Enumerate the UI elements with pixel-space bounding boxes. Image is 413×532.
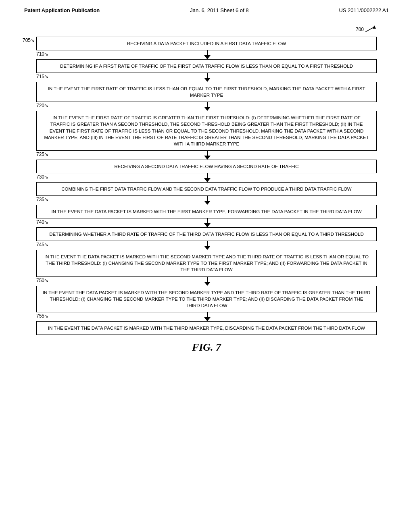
- step-row-735: IN THE EVENT THE DATA PACKET IS MARKED W…: [36, 205, 377, 218]
- header-date-sheet: Jan. 6, 2011 Sheet 6 of 8: [190, 7, 248, 13]
- connector-7: 740↘ 740↘: [36, 218, 377, 227]
- step-row-740: DETERMINING WHETHER A THIRD RATE OF TRAF…: [36, 227, 377, 241]
- step-row-750: IN THE EVENT THE DATA PACKET IS MARKED W…: [36, 286, 377, 312]
- step-box-710: DETERMINING IF A FIRST RATE OF TRAFFIC O…: [36, 59, 377, 73]
- step-row-725: RECEIVING A SECOND DATA TRAFFIC FLOW HAV…: [36, 160, 377, 173]
- flowchart: 705↘ RECEIVING A DATA PACKET INCLUDED IN…: [36, 27, 377, 335]
- step-row-705: 705↘ RECEIVING A DATA PACKET INCLUDED IN…: [36, 37, 377, 50]
- step-box-725: RECEIVING A SECOND DATA TRAFFIC FLOW HAV…: [36, 160, 377, 173]
- step-row-720: IN THE EVENT THE FIRST RATE OF TRAFFIC I…: [36, 111, 377, 150]
- step-box-705: RECEIVING A DATA PACKET INCLUDED IN A FI…: [36, 37, 377, 50]
- step-box-740: DETERMINING WHETHER A THIRD RATE OF TRAF…: [36, 227, 377, 241]
- connector-1: 710↘ 710↘: [36, 50, 377, 59]
- step-box-735: IN THE EVENT THE DATA PACKET IS MARKED W…: [36, 205, 377, 218]
- header-publication-type: Patent Application Publication: [24, 7, 100, 13]
- connector-2: 715↘ 715↘: [36, 73, 377, 82]
- step-box-750: IN THE EVENT THE DATA PACKET IS MARKED W…: [36, 286, 377, 312]
- step-box-745: IN THE EVENT THE DATA PACKET IS MARKED W…: [36, 250, 377, 276]
- connector-4: 725↘ 725↘: [36, 151, 377, 160]
- step-box-715: IN THE EVENT THE FIRST RATE OF TRAFFIC I…: [36, 82, 377, 102]
- header-patent-number: US 2011/0002222 A1: [339, 7, 389, 13]
- step-row-730: COMBINING THE FIRST DATA TRAFFIC FLOW AN…: [36, 182, 377, 196]
- connector-5: 730↘ 730↘: [36, 173, 377, 182]
- step-box-720: IN THE EVENT THE FIRST RATE OF TRAFFIC I…: [36, 111, 377, 150]
- page-header: Patent Application Publication Jan. 6, 2…: [0, 0, 413, 17]
- step-row-755: IN THE EVENT THE DATA PACKET IS MARKED W…: [36, 321, 377, 335]
- connector-3: 720↘ 720↘: [36, 102, 377, 111]
- diagram-container: 700 705↘ RECEIVING A DATA PACKET INCLUDE…: [0, 17, 413, 362]
- step-row-745: IN THE EVENT THE DATA PACKET IS MARKED W…: [36, 250, 377, 276]
- connector-10: 755↘ 755↘: [36, 312, 377, 321]
- step-number-705: 705↘: [23, 37, 35, 43]
- step-row-715: IN THE EVENT THE FIRST RATE OF TRAFFIC I…: [36, 82, 377, 102]
- connector-8: 745↘ 745↘: [36, 241, 377, 250]
- step-box-755: IN THE EVENT THE DATA PACKET IS MARKED W…: [36, 321, 377, 335]
- step-box-730: COMBINING THE FIRST DATA TRAFFIC FLOW AN…: [36, 182, 377, 196]
- step-row-710: DETERMINING IF A FIRST RATE OF TRAFFIC O…: [36, 59, 377, 73]
- connector-9: 750↘ 750↘: [36, 277, 377, 286]
- fig-label: FIG. 7: [36, 341, 377, 353]
- connector-6: 735↘ 735↘: [36, 196, 377, 205]
